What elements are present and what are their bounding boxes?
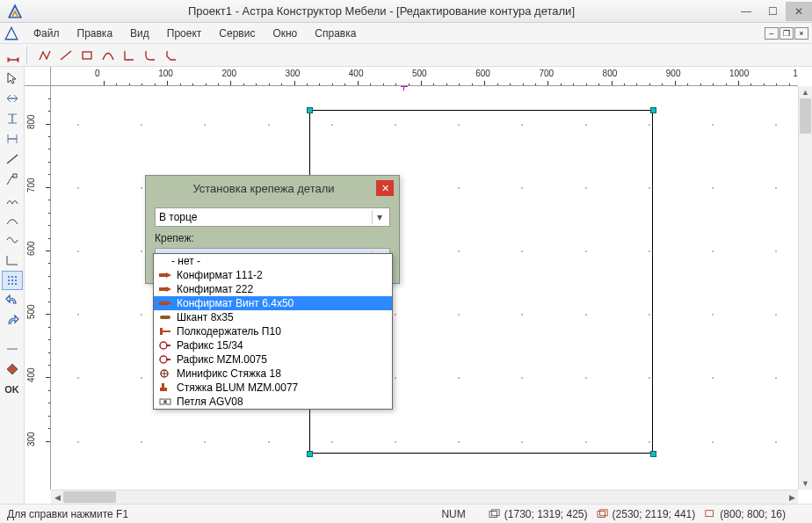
- position-combo[interactable]: В торце ▾: [155, 207, 390, 227]
- dropdown-option[interactable]: Конфирмат 111-2: [154, 268, 392, 282]
- tool-arc-icon[interactable]: [98, 46, 118, 65]
- position-combo-value: В торце: [159, 211, 372, 223]
- tool-arc-pair-icon[interactable]: [2, 230, 23, 250]
- shkant-icon: [159, 312, 171, 323]
- minimize-button[interactable]: —: [733, 2, 759, 21]
- tool-arc-row-icon[interactable]: [2, 190, 23, 209]
- dropdown-option[interactable]: Шкант 8x35: [154, 310, 392, 324]
- dropdown-option[interactable]: Полкодержатель П10: [154, 324, 392, 338]
- svg-point-22: [15, 283, 17, 285]
- tool-undo-icon[interactable]: [2, 291, 23, 310]
- tool-edge-pick-icon[interactable]: [2, 170, 23, 189]
- handle-tr[interactable]: [650, 107, 656, 113]
- status-num: NUM: [441, 508, 465, 520]
- handle-bl[interactable]: [307, 451, 313, 457]
- maximize-button[interactable]: ☐: [759, 2, 786, 21]
- status-coord2: (2530; 2119; 441): [597, 508, 696, 520]
- dialog-titlebar[interactable]: Установка крепежа детали ✕: [146, 176, 399, 200]
- polko-icon: [159, 326, 171, 337]
- svg-point-33: [160, 342, 167, 349]
- dropdown-option[interactable]: Конфирмат Винт 6.4x50: [154, 296, 392, 310]
- tool-edge-line-icon[interactable]: [2, 149, 23, 169]
- svg-rect-30: [160, 316, 170, 319]
- svg-rect-4: [83, 52, 91, 59]
- tool-corner-icon[interactable]: [120, 46, 139, 65]
- konfirmat-icon: [159, 270, 171, 280]
- tool-profile-icon[interactable]: [2, 251, 23, 270]
- scrollbar-horizontal[interactable]: ◀ ▶: [51, 490, 798, 504]
- scroll-thumb-v[interactable]: [800, 98, 811, 134]
- app-icon: [7, 4, 23, 19]
- tool-redo-icon[interactable]: [2, 311, 23, 331]
- dropdown-option[interactable]: Минификс Стяжка 18: [154, 367, 392, 381]
- menu-help[interactable]: Справка: [306, 25, 365, 42]
- fastener-label: Крепеж:: [155, 232, 390, 244]
- resize-grip[interactable]: [791, 507, 805, 521]
- menu-file[interactable]: Файл: [25, 25, 69, 42]
- tool-height-icon[interactable]: [2, 109, 23, 128]
- menu-project[interactable]: Проект: [158, 25, 211, 42]
- dropdown-option-label: Конфирмат Винт 6.4x50: [177, 297, 294, 309]
- dropdown-option-label: Рафикс 15/34: [177, 339, 243, 352]
- mdi-restore[interactable]: ❐: [779, 27, 794, 40]
- dropdown-option[interactable]: Петля AGV08: [154, 395, 392, 409]
- scroll-up-icon[interactable]: ▲: [799, 86, 812, 98]
- tool-chamfer-icon[interactable]: [162, 46, 181, 65]
- status-help: Для справки нажмите F1: [7, 508, 128, 520]
- svg-rect-26: [159, 287, 166, 291]
- dropdown-option[interactable]: Конфирмат 222: [154, 282, 392, 296]
- dropdown-option-label: Стяжка BLUM MZM.0077: [177, 381, 298, 394]
- dropdown-option[interactable]: Стяжка BLUM MZM.0077: [154, 381, 392, 395]
- handle-br[interactable]: [650, 451, 656, 457]
- dropdown-option[interactable]: - нет -: [154, 254, 392, 268]
- scroll-left-icon[interactable]: ◀: [51, 490, 63, 504]
- svg-point-17: [8, 280, 10, 281]
- close-button[interactable]: ✕: [786, 2, 812, 21]
- tool-arc-edge-icon[interactable]: [2, 210, 23, 229]
- svg-point-21: [11, 283, 13, 285]
- tool-grid-icon[interactable]: [2, 271, 23, 290]
- tool-rect-icon[interactable]: [77, 46, 97, 65]
- svg-rect-31: [160, 328, 163, 335]
- dropdown-option[interactable]: Рафикс 15/34: [154, 338, 392, 352]
- scrollbar-vertical[interactable]: ▲ ▼: [798, 86, 812, 490]
- ruler-horizontal: 010020030040050060070080090010001100: [51, 67, 798, 86]
- tool-align-icon[interactable]: [2, 89, 23, 108]
- dropdown-option-label: Минификс Стяжка 18: [177, 367, 281, 380]
- konfirmat-icon: [159, 284, 171, 294]
- tool-diamond-icon[interactable]: [2, 360, 23, 379]
- scroll-right-icon[interactable]: ▶: [786, 490, 798, 504]
- svg-rect-34: [166, 345, 170, 346]
- dropdown-option[interactable]: Рафикс MZM.0075: [154, 352, 392, 367]
- main-area: OK 010020030040050060070080090010001100 …: [0, 67, 812, 504]
- tool-line-icon[interactable]: [56, 46, 76, 65]
- svg-rect-32: [163, 331, 170, 332]
- scroll-down-icon[interactable]: ▼: [799, 477, 812, 490]
- tool-width-icon[interactable]: [2, 129, 23, 149]
- tool-dimension-icon[interactable]: [4, 46, 23, 65]
- ok-button[interactable]: OK: [2, 380, 23, 399]
- svg-point-20: [8, 283, 10, 285]
- svg-point-16: [15, 276, 17, 278]
- handle-tl[interactable]: [307, 107, 313, 113]
- status-coord3: (800; 800; 16): [704, 508, 786, 520]
- menu-edit[interactable]: Правка: [69, 25, 122, 42]
- menu-window[interactable]: Окно: [264, 25, 306, 42]
- status-bar: Для справки нажмите F1 NUM (1730; 1319; …: [0, 504, 812, 523]
- fastener-dropdown[interactable]: - нет -Конфирмат 111-2Конфирмат 222Конфи…: [153, 253, 393, 410]
- tool-fillet-arc-icon[interactable]: [141, 46, 160, 65]
- petlya-icon: [159, 396, 171, 407]
- menu-service[interactable]: Сервис: [210, 25, 264, 42]
- tool-cursor-icon[interactable]: [2, 69, 23, 88]
- title-bar: Проект1 - Астра Конструктор Мебели - [Ре…: [0, 0, 812, 23]
- dialog-close-button[interactable]: ✕: [376, 180, 394, 196]
- tool-polyline-icon[interactable]: [35, 46, 54, 65]
- menu-view[interactable]: Вид: [121, 25, 158, 42]
- svg-line-3: [61, 51, 71, 60]
- scroll-thumb-h[interactable]: [63, 491, 116, 503]
- dropdown-option-label: Шкант 8x35: [177, 311, 234, 323]
- mdi-minimize[interactable]: –: [765, 27, 779, 40]
- rafix-icon: [159, 354, 171, 365]
- svg-point-44: [164, 401, 167, 403]
- mdi-close[interactable]: ×: [794, 27, 808, 40]
